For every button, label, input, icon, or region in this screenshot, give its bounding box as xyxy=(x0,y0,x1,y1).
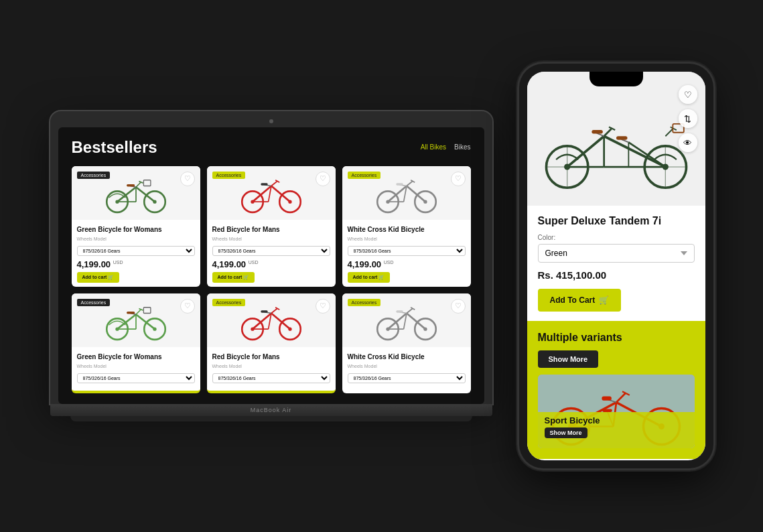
svg-rect-49 xyxy=(143,307,151,313)
card-model-label-2: Wheels Model xyxy=(212,237,330,241)
card-model-label-4: Wheels Model xyxy=(77,364,195,369)
laptop-screen: Bestsellers All Bikes Bikes Accessories … xyxy=(58,127,484,404)
svg-line-58 xyxy=(271,308,277,313)
card-name-2: Red Bicycle for Mans xyxy=(212,225,330,234)
card-name-1: Green Bicycle for Womans xyxy=(77,225,195,234)
card-price-1: 4,199.00 USD xyxy=(77,259,195,269)
nav-links: All Bikes Bikes xyxy=(421,143,471,151)
sport-show-more-btn[interactable]: Show More xyxy=(545,427,587,438)
card-model-label-6: Wheels Model xyxy=(348,364,466,369)
phone-device: ♡ ⇅ 👁 xyxy=(519,64,713,468)
product-card-white-kid-1: Accessories ♡ xyxy=(342,166,471,287)
add-to-cart-btn-1[interactable]: Add to cart 🛒 xyxy=(77,272,120,283)
sport-label: Sport Bicycle xyxy=(545,415,688,425)
card-name-4: Green Bicycle for Womans xyxy=(77,352,195,361)
card-model-label-5: Wheels Model xyxy=(212,364,330,369)
phone-variants-section: Multiple variants Show More xyxy=(527,321,705,459)
phone-action-bar: ♡ ⇅ 👁 xyxy=(679,85,697,152)
phone-shell: ♡ ⇅ 👁 xyxy=(519,64,713,468)
phone-sport-card: Sport Bicycle Show More xyxy=(538,375,695,448)
wishlist-btn-2[interactable]: ♡ xyxy=(316,172,330,186)
phone-screen: ♡ ⇅ 👁 xyxy=(527,72,705,460)
svg-rect-94 xyxy=(592,130,603,134)
svg-line-82 xyxy=(567,136,604,167)
card-select-1[interactable]: 875/326/16 Gears xyxy=(77,246,195,256)
card-badge-2: Accessories xyxy=(212,172,246,179)
share-icon[interactable]: ⇅ xyxy=(679,109,697,128)
product-grid-row2: Accessories ♡ xyxy=(72,293,471,393)
phone-product-name: Super Deluxe Tandem 7i xyxy=(538,215,695,227)
svg-rect-12 xyxy=(143,180,151,186)
svg-rect-73 xyxy=(396,310,403,313)
svg-line-8 xyxy=(136,182,141,187)
add-to-cart-btn-2[interactable]: Add to cart 🛒 xyxy=(212,272,255,283)
page-title: Bestsellers xyxy=(72,138,157,157)
phone-price: Rs. 415,100.00 xyxy=(538,269,695,281)
wishlist-btn-4[interactable]: ♡ xyxy=(180,299,195,314)
phone-product-info: Super Deluxe Tandem 7i Color: Green Red … xyxy=(527,206,705,321)
card-badge-4: Accessories xyxy=(77,299,111,306)
nav-bikes: Bikes xyxy=(454,143,470,151)
card-select-2[interactable]: 875/326/16 Gears xyxy=(212,246,330,256)
nav-all-bikes[interactable]: All Bikes xyxy=(421,143,446,151)
card-name-6: White Cross Kid Bicycle xyxy=(348,352,466,361)
card-price-2: 4,199.00 USD xyxy=(212,259,330,269)
svg-line-5 xyxy=(136,187,155,202)
phone-add-to-cart-btn[interactable]: Add To Cart 🛒 xyxy=(538,289,622,312)
card-model-label-3: Wheels Model xyxy=(348,237,466,241)
svg-line-33 xyxy=(407,181,413,186)
wishlist-icon[interactable]: ♡ xyxy=(679,85,697,104)
card-badge-1: Accessories xyxy=(77,172,111,179)
card-model-label-1: Wheels Model xyxy=(77,237,195,241)
svg-line-83 xyxy=(604,136,665,167)
card-price-3: 4,199.00 USD xyxy=(348,259,466,269)
wishlist-btn-5[interactable]: ♡ xyxy=(316,299,330,314)
card-select-6[interactable]: 875/326/16 Gears xyxy=(348,373,466,383)
svg-line-91 xyxy=(665,129,673,136)
card-select-4[interactable]: 875/326/16 Gears xyxy=(77,373,195,383)
wishlist-btn-1[interactable]: ♡ xyxy=(180,172,195,186)
svg-line-106 xyxy=(616,393,626,403)
laptop-device: Bestsellers All Bikes Bikes Accessories … xyxy=(50,111,492,421)
svg-rect-48 xyxy=(127,311,135,314)
scene: Bestsellers All Bikes Bikes Accessories … xyxy=(13,11,750,521)
add-to-cart-label: Add To Cart xyxy=(550,295,596,305)
svg-rect-24 xyxy=(261,183,268,186)
svg-line-21 xyxy=(271,181,277,186)
svg-rect-36 xyxy=(396,183,403,186)
svg-line-70 xyxy=(407,308,413,313)
laptop-brand: MacBook Air xyxy=(251,407,292,413)
product-card-red-mans-1: Accessories ♡ xyxy=(207,166,336,287)
laptop-camera xyxy=(269,119,273,123)
product-card-red-mans-2: Accessories ♡ xyxy=(207,293,336,393)
add-to-cart-btn-3[interactable]: Add to cart 🛒 xyxy=(348,272,391,283)
product-grid-row1: Accessories ♡ xyxy=(72,166,471,287)
phone-show-more-btn[interactable]: Show More xyxy=(538,350,599,368)
view-icon[interactable]: 👁 xyxy=(679,133,697,152)
svg-line-45 xyxy=(136,310,141,314)
tandem-bike-svg xyxy=(543,92,690,199)
cart-icon: 🛒 xyxy=(599,295,609,305)
svg-line-42 xyxy=(136,314,155,329)
phone-notch xyxy=(589,72,643,86)
svg-rect-96 xyxy=(616,136,628,140)
wishlist-btn-6[interactable]: ♡ xyxy=(451,299,466,314)
wishlist-btn-3[interactable]: ♡ xyxy=(451,172,466,186)
card-select-3[interactable]: 875/326/16 Gears xyxy=(348,246,466,256)
svg-rect-109 xyxy=(602,397,611,401)
card-select-5[interactable]: 875/326/16 Gears xyxy=(212,373,330,383)
svg-rect-61 xyxy=(261,310,268,313)
card-badge-3: Accessories xyxy=(348,172,381,179)
product-card-green-womans-1: Accessories ♡ xyxy=(72,166,200,287)
laptop-foot xyxy=(70,416,472,421)
product-card-green-womans-2: Accessories ♡ xyxy=(72,293,200,393)
card-name-3: White Cross Kid Bicycle xyxy=(348,225,466,234)
card-badge-6: Accessories xyxy=(348,299,381,306)
svg-rect-11 xyxy=(127,184,135,186)
phone-color-select[interactable]: Green Red Black White xyxy=(538,244,695,263)
card-badge-5: Accessories xyxy=(212,299,246,306)
svg-line-89 xyxy=(604,129,611,136)
phone-color-label: Color: xyxy=(538,234,695,241)
phone-variants-title: Multiple variants xyxy=(538,332,695,344)
product-card-white-kid-2: Accessories ♡ xyxy=(342,293,471,393)
